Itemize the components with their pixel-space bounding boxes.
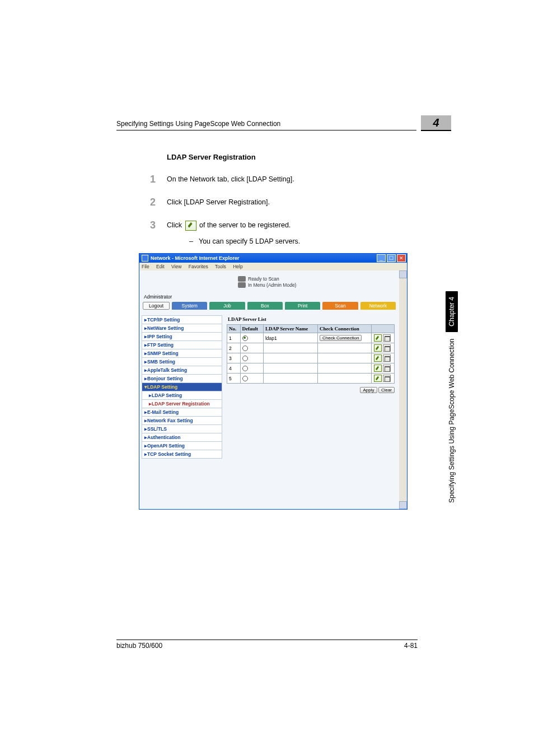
step-number: 1: [150, 171, 167, 188]
maximize-button[interactable]: ☐: [387, 254, 396, 262]
radio-default[interactable]: [242, 346, 248, 351]
minimize-button[interactable]: _: [377, 254, 386, 262]
tab-network[interactable]: Network: [360, 302, 396, 310]
sidebar-item-bonjour[interactable]: ▸Bonjour Setting: [142, 374, 222, 383]
tab-job[interactable]: Job: [209, 302, 245, 310]
check-connection-button[interactable]: Check Connection: [320, 335, 362, 341]
sidebar-sub-ldap-registration[interactable]: ▸LDAP Server Registration: [142, 399, 222, 408]
table-row: 5: [227, 374, 395, 384]
scroll-down-icon[interactable]: [399, 501, 407, 509]
ldap-table: No. Default LDAP Server Name Check Conne…: [227, 324, 395, 384]
clear-button[interactable]: Clear: [378, 387, 395, 393]
step-text: Click of the server to be registered.: [167, 220, 416, 231]
step-text: Click [LDAP Server Registration].: [167, 197, 416, 208]
menu-favorites[interactable]: Favorites: [189, 264, 208, 269]
tab-box[interactable]: Box: [247, 302, 283, 310]
sidebar-item-ipp[interactable]: ▸IPP Setting: [142, 332, 222, 341]
sidebar-item-appletalk[interactable]: ▸AppleTalk Setting: [142, 366, 222, 375]
menu-tools[interactable]: Tools: [215, 264, 226, 269]
edit-icon[interactable]: [374, 365, 382, 372]
trash-icon[interactable]: [383, 334, 391, 342]
sidebar-item-openapi[interactable]: ▸OpenAPI Setting: [142, 441, 222, 450]
menu-help[interactable]: Help: [233, 264, 242, 269]
col-name: LDAP Server Name: [263, 325, 317, 333]
sidebar-item-auth[interactable]: ▸Authentication: [142, 433, 222, 442]
radio-default[interactable]: [242, 376, 248, 381]
menu-edit[interactable]: Edit: [156, 264, 165, 269]
apply-button[interactable]: Apply: [360, 387, 377, 393]
window-title: Network - Microsoft Internet Explorer: [151, 255, 376, 261]
table-row: 3: [227, 353, 395, 363]
main-panel: LDAP Server List No. Default LDAP Server…: [224, 313, 399, 395]
printer-icon: [238, 282, 246, 288]
chapter-badge: 4: [421, 115, 451, 131]
step-text: On the Network tab, click [LDAP Setting]…: [167, 174, 416, 185]
col-default: Default: [240, 325, 263, 333]
status-mode: In Menu (Admin Mode): [248, 282, 296, 288]
step-number: 3: [150, 217, 167, 234]
table-row: 4: [227, 363, 395, 374]
col-no: No.: [227, 325, 241, 333]
logout-button[interactable]: Logout: [143, 302, 170, 310]
panel-title: LDAP Server List: [228, 316, 395, 322]
step-sub: You can specify 5 LDAP servers.: [189, 237, 416, 245]
cell-no: 1: [227, 333, 241, 343]
ie-icon: [142, 255, 148, 262]
edit-icon[interactable]: [374, 334, 382, 342]
radio-default[interactable]: [242, 356, 248, 361]
trash-icon[interactable]: [383, 375, 391, 382]
status-ready: Ready to Scan: [248, 276, 279, 282]
table-row: 1 ldap1 Check Connection: [227, 333, 395, 343]
sidebar-item-email[interactable]: ▸E-Mail Setting: [142, 408, 222, 417]
trash-icon[interactable]: [383, 354, 391, 362]
menu-file[interactable]: File: [142, 264, 149, 269]
edit-icon: [185, 221, 196, 231]
edit-icon[interactable]: [374, 344, 382, 352]
cell-no: 2: [227, 343, 241, 353]
step-text-fragment: Click: [167, 221, 184, 229]
sidebar-sub-ldap-setting[interactable]: ▸LDAP Setting: [142, 391, 222, 400]
tab-print[interactable]: Print: [285, 302, 320, 310]
step-text-fragment: of the server to be registered.: [199, 221, 291, 229]
edit-icon[interactable]: [374, 354, 382, 362]
col-check: Check Connection: [318, 325, 372, 333]
scrollbar[interactable]: [399, 270, 407, 509]
scroll-up-icon[interactable]: [399, 270, 407, 278]
radio-default[interactable]: [242, 366, 248, 371]
menu-view[interactable]: View: [171, 264, 181, 269]
printer-icon: [238, 276, 246, 282]
section-title: LDAP Server Registration: [167, 153, 416, 161]
side-text: Specifying Settings Using PageScope Web …: [448, 339, 456, 503]
sidebar-item-ftp[interactable]: ▸FTP Setting: [142, 340, 222, 349]
footer-model: bizhub 750/600: [116, 642, 162, 650]
admin-label: Administrator: [144, 294, 399, 300]
cell-no: 3: [227, 353, 241, 363]
trash-icon[interactable]: [383, 344, 391, 352]
tab-system[interactable]: System: [172, 302, 207, 310]
running-head: Specifying Settings Using PageScope Web …: [116, 120, 280, 128]
sidebar-item-networkfax[interactable]: ▸Network Fax Setting: [142, 416, 222, 425]
tab-scan[interactable]: Scan: [322, 302, 358, 310]
sidebar-item-tcpip[interactable]: ▸TCP/IP Setting: [142, 315, 222, 324]
radio-default[interactable]: [242, 335, 248, 341]
cell-name: ldap1: [263, 333, 317, 343]
cell-no: 4: [227, 363, 241, 374]
sidebar-item-smb[interactable]: ▸SMB Setting: [142, 357, 222, 366]
trash-icon[interactable]: [383, 365, 391, 372]
step-number: 2: [150, 194, 167, 211]
sidebar-item-ldap[interactable]: ▾LDAP Setting: [142, 382, 222, 391]
sidebar-item-tcpsocket[interactable]: ▸TCP Socket Setting: [142, 450, 222, 459]
edit-icon[interactable]: [374, 375, 382, 382]
sidebar-item-snmp[interactable]: ▸SNMP Setting: [142, 349, 222, 358]
menubar[interactable]: File Edit View Favorites Tools Help: [139, 263, 407, 270]
browser-window: Network - Microsoft Internet Explorer _ …: [139, 253, 407, 510]
sidebar-item-netware[interactable]: ▸NetWare Setting: [142, 324, 222, 333]
window-titlebar[interactable]: Network - Microsoft Internet Explorer _ …: [139, 254, 407, 263]
sidebar-item-ssltls[interactable]: ▸SSL/TLS: [142, 424, 222, 433]
side-chapter: Chapter 4: [446, 291, 458, 332]
footer-page: 4-81: [404, 642, 418, 650]
table-row: 2: [227, 343, 395, 353]
sidebar: ▸TCP/IP Setting ▸NetWare Setting ▸IPP Se…: [139, 313, 224, 460]
close-button[interactable]: ✕: [397, 254, 406, 262]
cell-no: 5: [227, 374, 241, 384]
